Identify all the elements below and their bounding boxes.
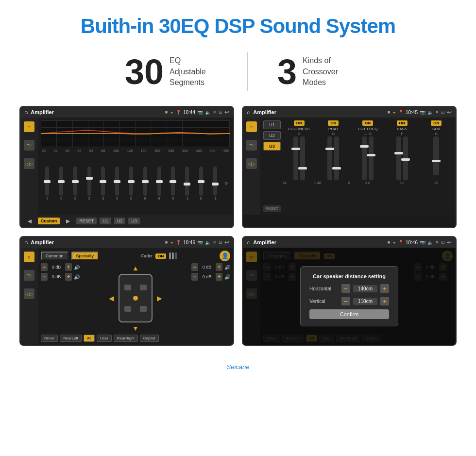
cutfreq-thumb1[interactable] xyxy=(360,145,369,148)
slider-thumb-13[interactable] xyxy=(212,183,219,186)
bass-slider2[interactable] xyxy=(403,136,408,180)
loudness-thumb2[interactable] xyxy=(298,167,307,169)
rl-plus[interactable]: + xyxy=(65,273,72,281)
slider-thumb-10[interactable] xyxy=(170,180,176,183)
slider-track-1[interactable] xyxy=(45,167,49,196)
slider-track-7[interactable] xyxy=(129,167,133,196)
slider-thumb-8[interactable] xyxy=(142,180,149,183)
fl-minus[interactable]: − xyxy=(41,263,48,271)
sidebar-vol-icon2[interactable]: ◁▷ xyxy=(246,158,257,169)
cutfreq-toggle[interactable]: ON xyxy=(362,120,373,126)
u3-button[interactable]: U3 xyxy=(128,218,140,224)
slider-thumb-12[interactable] xyxy=(198,180,204,183)
preset-u2[interactable]: U2 xyxy=(263,131,281,140)
sidebar-wave-icon2[interactable]: 〜 xyxy=(246,140,257,151)
common-tab[interactable]: Common xyxy=(41,252,68,260)
fr-minus[interactable]: − xyxy=(191,263,198,271)
slider-track-3[interactable] xyxy=(73,167,77,196)
bass-thumb2[interactable] xyxy=(401,158,410,161)
sidebar-eq-icon2[interactable]: ≡ xyxy=(246,121,257,132)
fl-plus[interactable]: + xyxy=(65,263,72,271)
window-icon2: ⊡ xyxy=(441,110,445,115)
rr-plus[interactable]: + xyxy=(216,273,222,281)
sub-slider[interactable] xyxy=(433,136,439,175)
loudness-slider2[interactable] xyxy=(300,136,305,180)
crossover-reset[interactable]: RESET xyxy=(263,205,281,212)
slider-thumb-4[interactable] xyxy=(86,177,93,180)
copilot-btn[interactable]: Copilot xyxy=(140,335,159,342)
slider-thumb-6[interactable] xyxy=(114,180,120,183)
sidebar-eq-icon3[interactable]: ≡ xyxy=(24,252,34,262)
preset-u1[interactable]: U1 xyxy=(263,120,281,129)
horizontal-minus[interactable]: − xyxy=(341,284,350,293)
cutfreq-slider2[interactable] xyxy=(369,136,374,180)
next-button[interactable]: ► xyxy=(63,217,73,225)
phat-thumb2[interactable] xyxy=(332,167,341,169)
slider-thumb-2[interactable] xyxy=(58,180,65,183)
prev-button[interactable]: ◄ xyxy=(24,217,35,225)
phat-thumb1[interactable] xyxy=(325,148,334,150)
loudness-slider1[interactable] xyxy=(293,136,298,180)
vertical-minus[interactable]: − xyxy=(341,297,350,305)
phat-slider2[interactable] xyxy=(334,136,339,180)
home-icon[interactable]: ⌂ xyxy=(24,109,28,116)
slider-track-9[interactable] xyxy=(157,167,161,196)
home-icon2[interactable]: ⌂ xyxy=(247,109,250,116)
slider-track-6[interactable] xyxy=(115,167,119,196)
confirm-button[interactable]: Confirm xyxy=(309,309,389,319)
preset-u3[interactable]: U3 xyxy=(263,142,281,151)
cutfreq-thumb2[interactable] xyxy=(367,154,375,156)
slider-track-4[interactable] xyxy=(87,167,91,196)
user-btn[interactable]: User xyxy=(97,335,112,342)
specialty-tab[interactable]: Specialty xyxy=(71,252,99,260)
driver-btn[interactable]: Driver xyxy=(41,335,58,342)
phat-toggle[interactable]: ON xyxy=(328,120,339,126)
slider-track-8[interactable] xyxy=(143,167,147,196)
custom-button[interactable]: Custom xyxy=(38,218,60,224)
vertical-plus[interactable]: + xyxy=(380,297,389,305)
slider-track-13[interactable] xyxy=(213,167,217,196)
loudness-toggle[interactable]: ON xyxy=(294,120,305,126)
bass-thumb1[interactable] xyxy=(394,152,403,154)
rearleft-btn[interactable]: RearLeft xyxy=(60,335,82,342)
cutfreq-slider1[interactable] xyxy=(362,136,367,180)
horizontal-plus[interactable]: + xyxy=(380,284,389,293)
bass-toggle[interactable]: ON xyxy=(397,120,408,126)
sidebar-wave-icon3[interactable]: 〜 xyxy=(24,270,34,281)
u2-button[interactable]: U2 xyxy=(114,218,126,224)
bass-slider1[interactable] xyxy=(396,136,401,180)
slider-track-11[interactable] xyxy=(185,167,189,196)
slider-track-10[interactable] xyxy=(171,167,175,196)
all-btn[interactable]: All xyxy=(84,335,95,342)
user-avatar[interactable]: 👤 xyxy=(220,251,230,261)
sub-toggle[interactable]: ON xyxy=(431,120,442,126)
slider-track-2[interactable] xyxy=(59,167,63,196)
fr-plus[interactable]: + xyxy=(216,263,222,271)
slider-thumb-1[interactable] xyxy=(44,180,51,183)
sidebar-vol-icon3[interactable]: ◁▷ xyxy=(24,288,34,299)
reset-button[interactable]: RESET xyxy=(76,218,97,224)
slider-track-5[interactable] xyxy=(101,167,105,196)
slider-thumb-9[interactable] xyxy=(156,180,163,183)
sidebar-eq-icon[interactable]: ≡ xyxy=(24,121,34,132)
rr-minus[interactable]: − xyxy=(191,273,198,281)
sub-thumb[interactable] xyxy=(432,160,441,162)
fader-toggle[interactable]: ON xyxy=(155,253,166,259)
sub-g-label: G xyxy=(435,132,437,135)
rearright-btn[interactable]: RearRight xyxy=(114,335,138,342)
slider-thumb-11[interactable] xyxy=(184,183,190,186)
loudness-thumb1[interactable] xyxy=(291,148,300,150)
phat-slider1[interactable] xyxy=(327,136,332,180)
u1-button[interactable]: U1 xyxy=(100,218,111,224)
slider-thumb-5[interactable] xyxy=(100,180,106,183)
freq-63: 63 xyxy=(89,149,93,152)
slider-thumb-7[interactable] xyxy=(128,180,135,183)
sidebar-vol-icon[interactable]: ◁▷ xyxy=(24,158,34,169)
slider-thumb-3[interactable] xyxy=(72,180,79,183)
sidebar-wave-icon[interactable]: 〜 xyxy=(24,140,34,151)
expand-arrows[interactable]: » xyxy=(222,180,230,186)
rl-minus[interactable]: − xyxy=(41,273,48,281)
slider-track-12[interactable] xyxy=(199,167,203,196)
home-icon3[interactable]: ⌂ xyxy=(24,239,28,246)
home-icon4[interactable]: ⌂ xyxy=(247,239,250,246)
